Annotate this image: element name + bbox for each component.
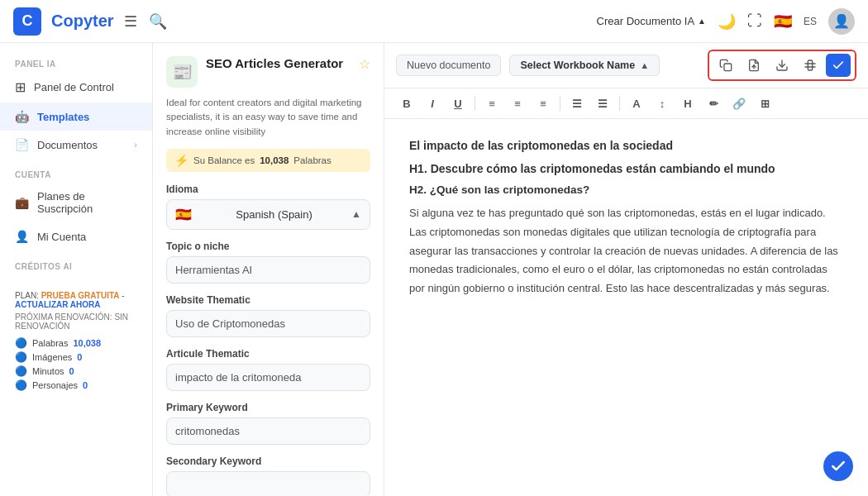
idioma-flag: 🇪🇸 xyxy=(175,207,192,222)
save-status-indicator xyxy=(823,451,853,481)
link-button[interactable]: 🔗 xyxy=(728,93,750,114)
sidebar-section-creditos: CRÉDITOS AI xyxy=(0,257,152,274)
svg-rect-0 xyxy=(724,64,732,71)
underline-button[interactable]: U xyxy=(447,93,469,114)
balance-unit: Palabras xyxy=(293,155,331,165)
bold-button[interactable]: B xyxy=(396,93,417,114)
unordered-list-button[interactable]: ☰ xyxy=(592,93,613,114)
website-thematic-field: Website Thematic Uso de Criptomonedas xyxy=(166,294,370,337)
idioma-label: Idioma xyxy=(166,184,370,195)
website-input[interactable]: Uso de Criptomonedas xyxy=(166,310,370,337)
template-icon-symbol: 📰 xyxy=(172,62,193,82)
palabras-icon: 🔵 xyxy=(15,337,27,349)
topic-label: Topic o niche xyxy=(166,241,370,252)
credit-row-personajes: 🔵 Personajes 0 xyxy=(15,379,137,391)
panel-control-icon: ⊞ xyxy=(15,79,26,95)
heading-button[interactable]: H xyxy=(677,93,699,114)
header: C Copyter ☰ 🔍 Crear Documento IA ▲ 🌙 ⛶ 🇪… xyxy=(0,0,868,43)
sidebar-item-templates[interactable]: 🤖 Templates xyxy=(0,103,152,131)
table-button[interactable]: ⊞ xyxy=(754,93,775,114)
select-workbook-button[interactable]: Select Workbook Name ▲ xyxy=(509,55,660,76)
balance-text: Su Balance es xyxy=(193,155,255,165)
secondary-keyword-field: Secondary Keyword xyxy=(166,455,370,496)
idioma-chevron-icon: ▲ xyxy=(351,208,361,220)
documentos-arrow-icon: › xyxy=(134,140,137,150)
primary-keyword-field: Primary Keyword critomonedas xyxy=(166,402,370,445)
article-input[interactable]: impacto de la critomoneda xyxy=(166,364,370,391)
crear-documento-button[interactable]: Crear Documento IA ▲ xyxy=(597,15,706,27)
format-separator-1 xyxy=(475,96,475,111)
header-left: C Copyter ☰ 🔍 xyxy=(13,7,167,36)
sidebar: PANEL IA ⊞ Panel de Control 🤖 Templates … xyxy=(0,43,153,496)
format-separator-2 xyxy=(560,96,560,111)
nuevo-documento-button[interactable]: Nuevo documento xyxy=(396,55,501,76)
secondary-keyword-label: Secondary Keyword xyxy=(166,455,370,467)
template-title-area: SEO Articles Generator xyxy=(206,56,351,71)
favorite-star-icon[interactable]: ☆ xyxy=(359,56,370,72)
align-right-button[interactable]: ≡ xyxy=(532,93,554,114)
imagenes-icon: 🔵 xyxy=(15,351,27,363)
workbook-label: Select Workbook Name xyxy=(520,60,635,71)
line-height-button[interactable]: ↕ xyxy=(651,93,673,114)
document-h1: H1. Descubre cómo las criptomonedas está… xyxy=(409,162,843,175)
primary-keyword-input[interactable]: critomonedas xyxy=(166,417,370,445)
sidebar-section-panel-ia: PANEL IA xyxy=(0,55,152,72)
avatar[interactable]: 👤 xyxy=(828,8,855,35)
editor-content[interactable]: El impacto de las criptomonedas en la so… xyxy=(384,119,868,496)
sidebar-item-mi-cuenta[interactable]: 👤 Mi Cuenta xyxy=(0,222,152,250)
crear-chevron-icon: ▲ xyxy=(698,17,706,26)
header-right: Crear Documento IA ▲ 🌙 ⛶ 🇪🇸 ES 👤 xyxy=(597,8,855,35)
palabras-label: Palabras xyxy=(32,338,68,348)
fullscreen-icon[interactable]: ⛶ xyxy=(747,12,762,30)
moon-icon[interactable]: 🌙 xyxy=(718,12,736,31)
minutos-value: 0 xyxy=(69,366,74,376)
template-icon: 📰 xyxy=(166,56,198,88)
middle-panel: 📰 SEO Articles Generator ☆ Ideal for con… xyxy=(153,43,384,496)
balance-value: 10,038 xyxy=(260,155,289,165)
renov-line: PRÓXIMA RENOVACIÓN: SIN RENOVACIÓN xyxy=(15,312,137,331)
minutos-label: Minutos xyxy=(32,366,64,376)
plan-name: PRUEBA GRATUITA xyxy=(41,291,120,300)
logo-text: Copyter xyxy=(51,12,114,31)
personajes-label: Personajes xyxy=(32,380,78,390)
italic-button[interactable]: I xyxy=(422,93,443,114)
sidebar-section-cuenta: CUENTA xyxy=(0,165,152,183)
ordered-list-button[interactable]: ☰ xyxy=(566,93,588,114)
search-icon[interactable]: 🔍 xyxy=(149,12,167,31)
topic-value: Herramientas AI xyxy=(175,264,252,276)
hamburger-icon[interactable]: ☰ xyxy=(124,12,137,31)
website-label: Website Thematic xyxy=(166,294,370,306)
sidebar-item-documentos[interactable]: 📄 Documentos › xyxy=(0,131,152,159)
copy-document-button[interactable] xyxy=(713,54,738,77)
document-body: Si alguna vez te has preguntado qué son … xyxy=(409,204,843,298)
sidebar-item-planes[interactable]: 💼 Planes de Suscripción xyxy=(0,183,152,222)
share-document-button[interactable] xyxy=(798,54,823,77)
idioma-select[interactable]: 🇪🇸 Spanish (Spain) ▲ xyxy=(166,199,370,230)
plan-label: PLAN: xyxy=(15,291,39,300)
topic-input[interactable]: Herramientas AI xyxy=(166,256,370,284)
export-document-button[interactable] xyxy=(742,54,766,77)
save-cloud-button[interactable] xyxy=(826,54,851,77)
align-center-button[interactable]: ≡ xyxy=(507,93,528,114)
align-left-button[interactable]: ≡ xyxy=(481,93,503,114)
idioma-value: Spanish (Spain) xyxy=(236,208,312,221)
highlight-button[interactable]: ✏ xyxy=(703,93,724,114)
download-document-button[interactable] xyxy=(770,54,794,77)
primary-keyword-value: critomonedas xyxy=(175,425,240,437)
document-h2: H2. ¿Qué son las criptomonedas? xyxy=(409,184,843,196)
templates-icon: 🤖 xyxy=(15,110,29,123)
plan-update-button[interactable]: ACTUALIZAR AHORA xyxy=(15,300,101,309)
font-color-button[interactable]: A xyxy=(626,93,647,114)
personajes-icon: 🔵 xyxy=(15,379,27,391)
main-layout: PANEL IA ⊞ Panel de Control 🤖 Templates … xyxy=(0,43,868,496)
editor-format-bar: B I U ≡ ≡ ≡ ☰ ☰ A ↕ H ✏ 🔗 ⊞ xyxy=(384,88,868,119)
documentos-icon: 📄 xyxy=(15,138,29,151)
secondary-keyword-input[interactable] xyxy=(166,471,370,496)
sidebar-item-panel-control[interactable]: ⊞ Panel de Control xyxy=(0,72,152,103)
idioma-field: Idioma 🇪🇸 Spanish (Spain) ▲ xyxy=(166,184,370,230)
language-label: ES xyxy=(804,16,817,27)
credit-row-minutos: 🔵 Minutos 0 xyxy=(15,365,137,377)
sidebar-label-planes: Planes de Suscripción xyxy=(37,190,137,215)
imagenes-value: 0 xyxy=(77,352,82,362)
sidebar-credits: PLAN: PRUEBA GRATUITA - ACTUALIZAR AHORA… xyxy=(0,283,152,402)
